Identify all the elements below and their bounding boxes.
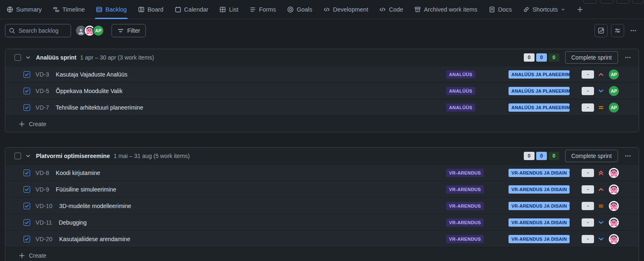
epic-name: ANALÜÜS JA PLANEERIMINE <box>511 89 570 93</box>
tab-forms[interactable]: Forms <box>250 0 276 19</box>
estimate-badge[interactable]: - <box>582 103 594 112</box>
epic-badge[interactable]: VR-ARENDUS JA DISAIN <box>509 235 570 243</box>
row-checkbox[interactable] <box>24 88 30 94</box>
create-label: Create <box>29 121 46 127</box>
label-badge[interactable]: ANALÜÜS <box>446 70 475 79</box>
more-options-button[interactable] <box>627 25 639 36</box>
epic-badge[interactable]: VR-ARENDUS JA DISAIN <box>509 169 570 177</box>
row-checkbox[interactable] <box>24 170 30 176</box>
tab-archived-work-items[interactable]: Archived work items <box>414 0 478 19</box>
tab-shortcuts[interactable]: Shortcuts <box>523 0 566 19</box>
tab-summary[interactable]: Summary <box>7 0 42 19</box>
estimate-badge[interactable]: - <box>582 169 594 177</box>
work-item-title[interactable]: Koodi kirjutamine <box>56 170 100 176</box>
tab-board[interactable]: Board <box>138 0 164 19</box>
complete-sprint-button[interactable]: Complete sprint <box>565 150 618 162</box>
backlog-row[interactable]: VD-8 Koodi kirjutamine VR-ARENDUS VR-ARE… <box>5 164 639 181</box>
label-badge[interactable]: VR-ARENDUS <box>446 202 484 210</box>
row-checkbox[interactable] <box>24 71 30 78</box>
label-badge[interactable]: ANALÜÜS <box>446 87 475 95</box>
row-checkbox[interactable] <box>24 203 30 209</box>
backlog-row[interactable]: VD-7 Tehnilise arhitektuuri planeerimine… <box>5 99 639 115</box>
priority-icon[interactable] <box>598 236 604 242</box>
priority-icon[interactable] <box>598 219 604 226</box>
assignee-avatar[interactable] <box>609 201 619 211</box>
estimate-badge[interactable]: - <box>582 218 594 227</box>
tab-code[interactable]: Code <box>379 0 403 19</box>
epic-badge[interactable]: VR-ARENDUS JA DISAIN <box>509 202 570 210</box>
label-badge[interactable]: ANALÜÜS <box>446 103 475 112</box>
label-badge[interactable]: VR-ARENDUS <box>446 185 484 194</box>
tab-backlog[interactable]: Backlog <box>96 0 127 19</box>
backlog-row[interactable]: VD-10 3D-mudelite modelleerimine VR-AREN… <box>5 197 639 214</box>
epic-badge[interactable]: ANALÜÜS JA PLANEERIMINE <box>509 87 570 95</box>
complete-sprint-button[interactable]: Complete sprint <box>565 51 618 64</box>
priority-icon[interactable] <box>598 203 604 209</box>
label-badge[interactable]: VR-ARENDUS <box>446 218 484 227</box>
tab-label: Calendar <box>184 6 209 13</box>
label-badge[interactable]: VR-ARENDUS <box>446 169 484 177</box>
backlog-row[interactable]: VD-9 Füüsiline simuleerimine VR-ARENDUS … <box>5 181 639 197</box>
backlog-row[interactable]: VD-5 Õppekava Moodulite Valik ANALÜÜS AN… <box>5 82 639 99</box>
priority-icon[interactable] <box>598 88 604 94</box>
tab-docs[interactable]: Docs <box>489 0 512 19</box>
priority-icon[interactable] <box>598 186 604 193</box>
work-item-title[interactable]: Kasutajaliidese arendamine <box>59 236 130 242</box>
row-checkbox[interactable] <box>24 236 30 242</box>
work-item-title[interactable]: Füüsiline simuleerimine <box>56 186 116 193</box>
epic-badge[interactable]: ANALÜÜS JA PLANEERIMINE <box>509 70 570 79</box>
sprint-select-checkbox[interactable] <box>14 153 21 159</box>
estimate-badge[interactable]: - <box>582 70 594 79</box>
tab-development[interactable]: Development <box>323 0 368 19</box>
chevron-down-icon <box>568 237 570 242</box>
priority-icon[interactable] <box>598 170 604 176</box>
priority-icon[interactable] <box>598 71 604 78</box>
sprint-select-checkbox[interactable] <box>14 54 21 61</box>
row-checkbox[interactable] <box>24 104 30 111</box>
tab-calendar[interactable]: Calendar <box>175 0 209 19</box>
tab-list[interactable]: List <box>219 0 238 19</box>
assignee-avatar[interactable]: AP <box>609 86 619 96</box>
epic-badge[interactable]: VR-ARENDUS JA DISAIN <box>509 185 570 194</box>
row-checkbox[interactable] <box>24 219 30 226</box>
backlog-row[interactable]: VD-11 Debugging VR-ARENDUS VR-ARENDUS JA… <box>5 214 639 230</box>
check-icon <box>24 72 29 77</box>
view-settings-button[interactable] <box>611 24 624 37</box>
estimate-badge[interactable]: - <box>582 185 594 194</box>
tab-goals[interactable]: Goals <box>287 0 312 19</box>
assignee-avatar[interactable] <box>609 168 619 178</box>
estimate-badge[interactable]: - <box>582 202 594 210</box>
assignee-avatar[interactable] <box>609 218 619 227</box>
assignee-avatar[interactable]: AP <box>609 69 619 79</box>
backlog-row[interactable]: VD-20 Kasutajaliidese arendamine VR-AREN… <box>5 230 639 247</box>
estimate-badge[interactable]: - <box>582 87 594 95</box>
priority-icon[interactable] <box>598 104 604 111</box>
estimate-badge[interactable]: - <box>582 235 594 243</box>
row-checkbox[interactable] <box>24 186 30 193</box>
epic-badge[interactable]: VR-ARENDUS JA DISAIN <box>509 218 570 227</box>
work-item-title[interactable]: 3D-mudelite modelleerimine <box>59 203 131 209</box>
work-item-title[interactable]: Kasutaja Vajaduste Analüüs <box>56 71 127 78</box>
sprint-name[interactable]: Analüüs sprint <box>36 54 76 61</box>
create-button[interactable]: Create <box>5 247 639 261</box>
label-badge[interactable]: VR-ARENDUS <box>446 235 484 243</box>
filter-button[interactable]: Filter <box>112 24 146 37</box>
chevron-down-icon[interactable] <box>25 54 31 61</box>
assignee-avatar[interactable] <box>609 184 619 194</box>
tab-timeline[interactable]: Timeline <box>53 0 85 19</box>
work-item-title[interactable]: Tehnilise arhitektuuri planeerimine <box>56 104 143 111</box>
assignee-avatar[interactable]: AP <box>609 103 619 113</box>
backlog-row[interactable]: VD-3 Kasutaja Vajaduste Analüüs ANALÜÜS … <box>5 66 639 82</box>
epic-badge[interactable]: ANALÜÜS JA PLANEERIMINE <box>509 103 570 112</box>
sprint-name[interactable]: Platvormi optimisereemine <box>36 153 110 159</box>
work-item-title[interactable]: Õppekava Moodulite Valik <box>56 88 123 94</box>
assignee-avatar[interactable] <box>609 234 619 244</box>
insights-button[interactable] <box>594 24 608 37</box>
chevron-down-icon[interactable] <box>25 153 31 159</box>
add-tab-button[interactable] <box>577 0 583 19</box>
sprint-more-button[interactable] <box>622 150 634 162</box>
user-avatar[interactable]: AP <box>93 25 104 36</box>
create-button[interactable]: Create <box>5 115 639 132</box>
work-item-title[interactable]: Debugging <box>59 219 87 226</box>
sprint-more-button[interactable] <box>622 52 634 63</box>
